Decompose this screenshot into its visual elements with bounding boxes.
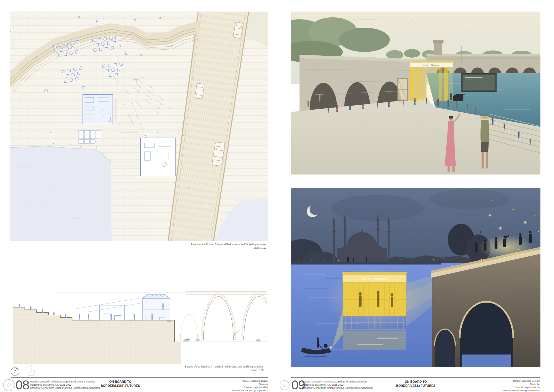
- day-wood-tower: [398, 78, 407, 100]
- institution-block-right: Masters Degree in Architecture, Built En…: [302, 380, 373, 390]
- credits-line: Students:: [465, 382, 540, 386]
- credits-line: Suna Mertoglu (965410): [193, 386, 268, 389]
- footer-rule-left: [11, 377, 268, 378]
- institution-line: Politecnico di Milano | A.Y. 2021-2022: [30, 383, 100, 387]
- key-axon-sketch: [26, 365, 34, 376]
- footer-rule-right: [291, 377, 540, 378]
- section-drawing: [13, 283, 267, 366]
- section-cables: [74, 298, 142, 312]
- night-render-floating-museum: Müze | Mersale: [291, 188, 540, 367]
- plan-drawing: [10, 12, 268, 241]
- section-boat: [186, 339, 190, 341]
- institution-line: Masters Degree in Architecture, Built En…: [302, 380, 373, 383]
- section-frames: [100, 305, 124, 320]
- credits-line: Students:: [193, 382, 268, 386]
- section-pavilion: [142, 294, 170, 320]
- credits-line: Vilelmini Maria Kestsoglou (965392): [193, 389, 268, 392]
- credits-block-right: Relator: Eleonora Bersani Students: Suna…: [465, 379, 540, 392]
- section-bridge-arches: [180, 292, 267, 340]
- institution-block-left: Masters Degree in Architecture, Built En…: [30, 380, 100, 390]
- section-caption-scale: Scale 1:100: [185, 369, 263, 372]
- night-pavilion-sign: Müze | Mersale: [362, 277, 387, 281]
- presentation-board: Plan of site in Edirne | Theatrical Perf…: [0, 0, 554, 392]
- plan-workshop-structure: [83, 95, 113, 124]
- credits-line: Vilelmini Maria Kestsoglou (965392): [465, 389, 540, 392]
- credits-line: Relator: Eleonora Bersani: [193, 379, 268, 382]
- institution-line: School of Architecture Urban Planning Co…: [302, 387, 373, 390]
- plan-stage-structure: [141, 138, 176, 176]
- politecnico-logo-seal: [3, 379, 16, 392]
- credits-line: Relator: Eleonora Bersani: [465, 379, 540, 382]
- credits-line: Suna Mertoglu (965410): [465, 386, 540, 389]
- board-title-right: ON BOARD TO BORDER(LESS) FUTURES: [393, 380, 439, 388]
- institution-line: Politecnico di Milano | A.Y. 2021-2022: [302, 383, 373, 387]
- panel-number-left: 08: [16, 380, 29, 391]
- board-title-left: ON BOARD TO BORDER(LESS) FUTURES: [97, 380, 143, 388]
- day-pavilion-sign: Müze | Mersale: [423, 63, 439, 66]
- institution-line: School of Architecture Urban Planning Co…: [30, 387, 100, 390]
- section-river: [175, 342, 267, 343]
- section-caption: Section of site in Edirne | Theatrical P…: [185, 365, 263, 372]
- institution-line: Masters Degree in Architecture, Built En…: [30, 380, 100, 383]
- section-caption-label: Section of site in Edirne | Theatrical P…: [185, 365, 263, 368]
- day-render-riverfront-performance: Müze | Mersale: [291, 12, 540, 175]
- plan-caption-label: Plan of site in Edirne | Theatrical Perf…: [191, 243, 266, 246]
- credits-block-left: Relator: Eleonora Bersani Students: Suna…: [193, 379, 268, 392]
- plan-caption-scale: Scale 1:100: [191, 246, 266, 250]
- section-reeds: [166, 320, 261, 342]
- politecnico-logo-seal: [279, 380, 290, 391]
- north-compass-icon: [10, 362, 42, 377]
- plan-caption: Plan of site in Edirne | Theatrical Perf…: [191, 243, 266, 250]
